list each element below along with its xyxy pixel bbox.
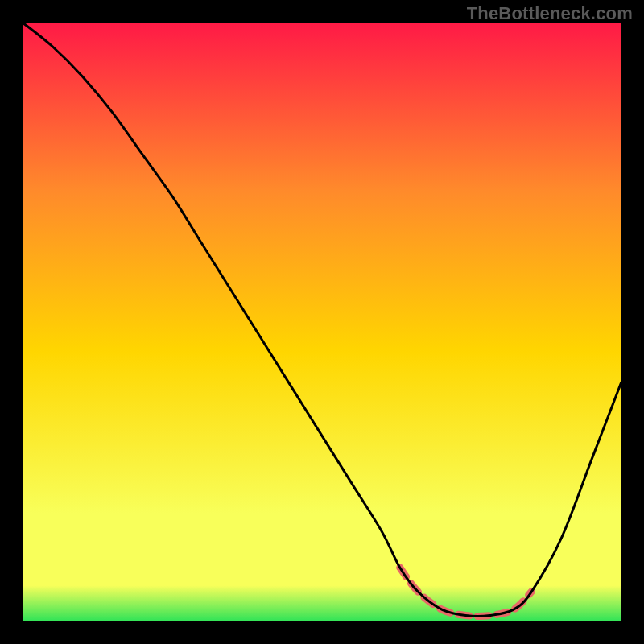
chart-stage: TheBottleneck.com [0,0,644,644]
chart-svg [23,23,621,621]
chart-plot [23,23,621,621]
watermark-text: TheBottleneck.com [467,3,633,24]
